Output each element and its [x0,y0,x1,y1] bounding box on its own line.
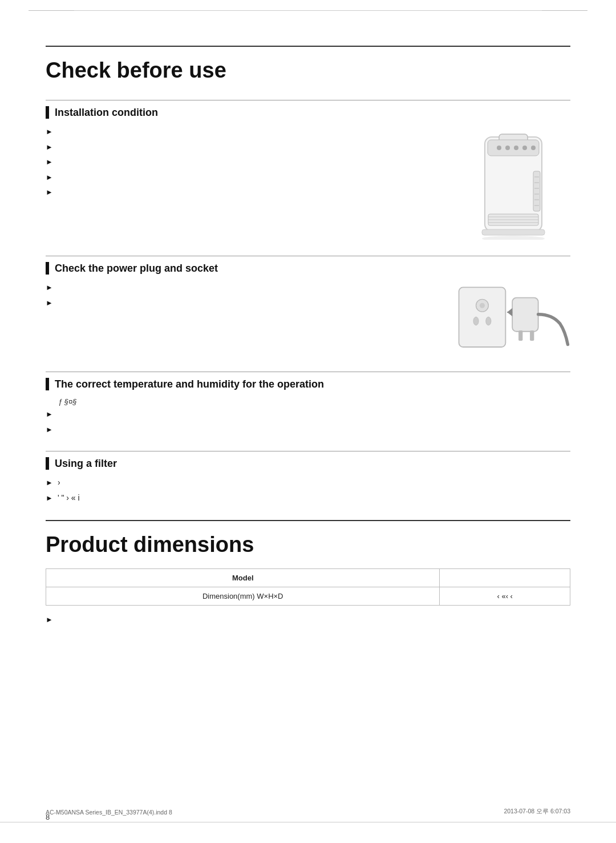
arrow-icon: ► [46,424,53,435]
page: Check before use Installation condition … [0,0,616,843]
temperature-sub-text: ƒ §¤§ [58,397,570,406]
section-divider-4 [46,451,570,451]
svg-point-25 [486,317,491,325]
device-svg [468,126,559,240]
svg-rect-28 [530,330,534,341]
table-header-value [440,569,570,587]
list-item: ► [46,171,456,183]
svg-point-5 [514,146,518,150]
list-item: ► [46,423,570,435]
svg-point-20 [482,236,545,240]
arrow-icon: ► [46,409,53,420]
list-item: ► › [46,477,570,489]
section-header-temperature: The correct temperature and humidity for… [46,378,570,390]
section-divider-1 [46,100,570,100]
product-dimensions-title: Product dimensions [46,520,570,557]
section-power-plug: Check the power plug and socket ► ► [46,256,570,356]
table-cell-dimension-value: ‹ «‹ ‹ [440,587,570,606]
svg-point-4 [505,146,510,150]
arrow-icon: ► [46,142,53,153]
arrow-icon: ► [46,477,53,489]
svg-point-23 [480,303,485,308]
svg-rect-21 [459,287,506,347]
section-header-installation: Installation condition [46,106,570,119]
arrow-icon: ► [46,172,53,183]
footer: AC-M50ANSA Series_IB_EN_33977A(4).indd 8… [0,822,616,827]
arrow-icon: ► [46,282,53,293]
top-border-right [542,10,587,11]
filter-bullet-1: › [58,477,60,489]
section-divider-3 [46,372,570,372]
plug-svg [456,281,570,356]
list-item: ► [46,141,456,153]
arrow-icon: ► [46,156,53,168]
installation-bullet-list: ► ► ► ► ► [46,126,456,201]
arrow-icon: ► [46,614,53,626]
section-header-power: Check the power plug and socket [46,262,570,275]
section-title-power: Check the power plug and socket [55,263,218,275]
list-item: ► ' " › « i [46,492,570,504]
svg-point-24 [473,317,479,325]
list-item: ► [46,281,456,293]
section-title-temperature: The correct temperature and humidity for… [55,378,324,390]
device-image [456,126,570,240]
power-bullet-list: ► ► [46,281,456,312]
section-content-installation: ► ► ► ► ► [46,126,570,240]
section-header-filter: Using a filter [46,457,570,470]
svg-rect-19 [482,229,545,235]
list-item: ► [46,186,456,198]
table-header-row: Model [46,569,570,587]
arrow-icon: ► [46,126,53,138]
footer-date: 2013-07-08 오루 6:07:03 [504,808,570,816]
main-title: Check before use [46,46,570,83]
arrow-icon: ► [46,187,53,198]
dimensions-table: Model Dimension(mm) W×H×D ‹ «‹ ‹ [46,568,570,606]
svg-point-3 [497,146,501,150]
svg-rect-27 [518,330,522,341]
section-title-installation: Installation condition [55,107,158,119]
arrow-icon: ► [46,297,53,309]
filter-bullet-2: ' " › « i [58,492,80,504]
svg-point-6 [522,146,527,150]
top-border-left [29,10,74,11]
temperature-bullet-list: ► ► [46,408,570,435]
footer-filename: AC-M50ANSA Series_IB_EN_33977A(4).indd 8 [46,809,172,816]
section-temperature: The correct temperature and humidity for… [46,372,570,435]
section-bar-1 [46,106,49,119]
section-bar-3 [46,378,49,390]
list-item: ► [46,614,570,626]
dimensions-footer-list: ► [46,614,570,626]
table-cell-dimension-label: Dimension(mm) W×H×D [46,587,440,606]
list-item: ► [46,297,456,309]
section-filter: Using a filter ► › ► ' " › « i [46,451,570,504]
list-item: ► [46,126,456,138]
filter-bullet-list: ► › ► ' " › « i [46,477,570,504]
section-bar-4 [46,457,49,470]
section-bar-2 [46,262,49,275]
section-divider-2 [46,256,570,256]
plug-image [456,281,570,356]
section-title-filter: Using a filter [55,458,117,470]
list-item: ► [46,156,456,168]
section-installation: Installation condition ► ► ► ► ► [46,100,570,240]
table-row: Dimension(mm) W×H×D ‹ «‹ ‹ [46,587,570,606]
arrow-icon: ► [46,493,53,504]
list-item: ► [46,408,570,420]
svg-point-7 [531,146,536,150]
section-content-power: ► ► [46,281,570,356]
svg-rect-26 [512,298,538,332]
table-header-model: Model [46,569,440,587]
